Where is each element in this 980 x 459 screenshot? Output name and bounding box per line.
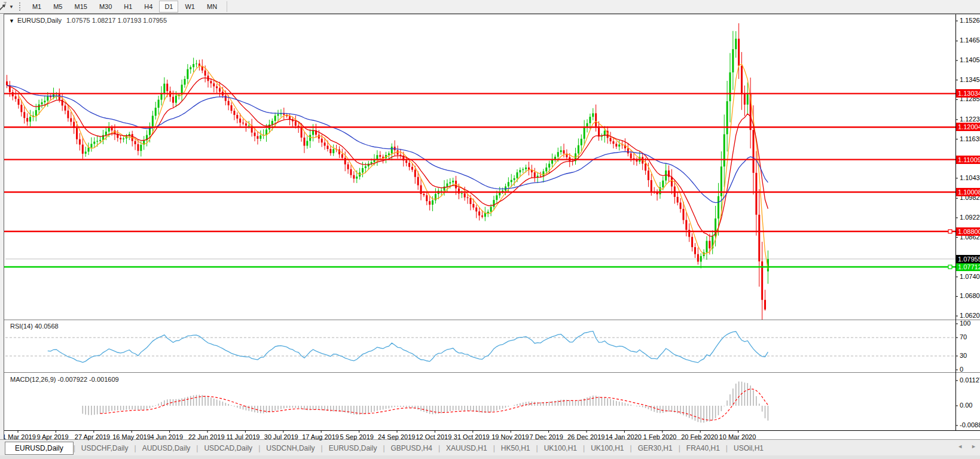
- date-axis-label: 16 May 2019: [112, 433, 151, 440]
- date-axis-label: 21 Mar 2019: [4, 433, 36, 440]
- rsi-indicator-label: RSI(14) 40.0568: [10, 323, 59, 330]
- tab-scroll-left-icon[interactable]: ◄: [957, 443, 963, 449]
- hline-handle-1.07712[interactable]: [948, 265, 952, 269]
- price-axis-tick: 1.13450: [960, 76, 980, 83]
- ma-fast-line: [19, 64, 768, 269]
- timeframe-button-h4[interactable]: H4: [139, 1, 158, 13]
- price-axis-tick: 1.09220: [960, 214, 980, 221]
- toolbar-grip[interactable]: [19, 2, 22, 11]
- date-axis-label: 4 Jun 2019: [151, 433, 183, 440]
- chart-tab-1[interactable]: USDCHF,Daily: [75, 442, 135, 454]
- date-axis-label: 31 Oct 2019: [454, 433, 490, 440]
- cursor-tool-icon[interactable]: [0, 2, 8, 11]
- chart-title: ▼EURUSD,Daily1.07575 1.08217 1.07193 1.0…: [9, 17, 167, 24]
- price-panel[interactable]: [4, 23, 955, 324]
- date-axis-label: 26 Dec 2019: [567, 433, 605, 440]
- price-line-label: 1.10008: [956, 188, 980, 196]
- timeframe-buttons: M1M5M15M30H1H4D1W1MN: [26, 1, 223, 13]
- date-axis-label: 22 Jun 2019: [188, 433, 225, 440]
- price-line-label: 1.11009: [956, 156, 980, 164]
- price-axis-tick: 1.06805: [960, 292, 980, 299]
- chart-tab-10[interactable]: UK100,H1: [585, 442, 630, 454]
- date-axis-label: 10 Mar 2020: [719, 433, 756, 440]
- price-axis-tick: 1.06205: [960, 312, 980, 319]
- collapse-chart-icon[interactable]: ▼: [9, 18, 14, 24]
- chart-tab-4[interactable]: USDCNH,Daily: [260, 442, 320, 454]
- price-axis-tick: 1.07405: [960, 273, 980, 280]
- chart-tab-13[interactable]: USOil,H1: [728, 442, 770, 454]
- price-line-label: 1.12004: [956, 123, 980, 131]
- tab-scroll-arrows: ◄ ►: [957, 443, 976, 449]
- rsi-panel[interactable]: [5, 331, 955, 363]
- timeframe-button-m15[interactable]: M15: [69, 1, 92, 13]
- ma-mid-line: [7, 78, 768, 236]
- date-axis-label: 27 Apr 2019: [75, 433, 110, 440]
- timeframe-button-d1[interactable]: D1: [159, 1, 178, 13]
- symbol-period-label: EURUSD,Daily: [17, 17, 62, 24]
- rsi-line: [48, 331, 768, 363]
- chart-tab-0[interactable]: EURUSD,Daily: [5, 442, 74, 455]
- price-axis-tick: 1.15265: [960, 17, 980, 24]
- timeframe-button-m5[interactable]: M5: [48, 1, 68, 13]
- chart-tab-3[interactable]: USDCAD,Daily: [198, 442, 258, 454]
- chart-tab-12[interactable]: FRA40,H1: [680, 442, 726, 454]
- date-axis-label: 30 Jul 2019: [264, 433, 298, 440]
- date-axis-label: 11 Jul 2019: [226, 433, 259, 440]
- chart-window[interactable]: ▼EURUSD,Daily1.07575 1.08217 1.07193 1.0…: [4, 14, 980, 456]
- mt4-terminal: ▼ M1M5M15M30H1H4D1W1MN ▼EURUSD,Daily1.07…: [0, 0, 980, 459]
- timeframe-toolbar: ▼ M1M5M15M30H1H4D1W1MN: [0, 0, 980, 14]
- date-axis-label: 5 Sep 2019: [340, 433, 374, 440]
- timeframe-button-m1[interactable]: M1: [27, 1, 47, 13]
- chart-tab-6[interactable]: GBPUSD,H4: [385, 442, 438, 454]
- price-axis-tick: 1.12235: [960, 115, 980, 123]
- macd-axis-tick: 0.00: [960, 402, 972, 409]
- date-axis-label: 24 Sep 2019: [378, 433, 415, 440]
- tab-scroll-right-icon[interactable]: ►: [971, 443, 976, 449]
- hline-handle-1.08800[interactable]: [948, 230, 952, 233]
- timeframe-button-h1[interactable]: H1: [118, 1, 138, 13]
- date-axis-label: 9 Apr 2019: [36, 433, 68, 440]
- macd-axis-tick: 0.011277: [960, 376, 980, 384]
- date-axis-label: 19 Nov 2019: [491, 433, 529, 440]
- macd-signal-line: [100, 389, 768, 420]
- rsi-axis-tick: 100: [960, 320, 970, 327]
- price-line-label: 1.08800: [956, 227, 980, 236]
- chevron-down-icon[interactable]: ▼: [9, 4, 14, 10]
- date-axis-label: 20 Feb 2020: [681, 433, 718, 440]
- rsi-axis-tick: 0: [960, 366, 963, 373]
- ohlc-values: 1.07575 1.08217 1.07193 1.07955: [66, 17, 167, 24]
- price-axis-tick: 1.10435: [960, 174, 980, 181]
- rsi-axis-tick: 30: [960, 352, 967, 359]
- price-line-label: 1.13034: [956, 89, 980, 98]
- chart-tab-11[interactable]: GER30,H1: [632, 442, 679, 454]
- chart-tab-bar: EURUSD,Daily|USDCHF,Daily|AUDUSD,Daily|U…: [0, 439, 980, 456]
- timeframe-button-mn[interactable]: MN: [202, 1, 222, 13]
- date-axis-label: 14 Jan 2020: [605, 433, 642, 440]
- chart-tab-8[interactable]: HK50,H1: [495, 442, 536, 454]
- current-price-label: 1.07955: [956, 255, 980, 263]
- date-axis-label: 17 Aug 2019: [302, 433, 339, 440]
- macd-axis-tick: -0.008837: [960, 421, 980, 428]
- chart-tab-7[interactable]: XAUUSD,H1: [440, 442, 493, 454]
- timeframe-button-w1[interactable]: W1: [179, 1, 200, 13]
- date-axis-label: 7 Dec 2019: [530, 433, 563, 440]
- date-axis-label: 1 Feb 2020: [643, 433, 677, 440]
- chart-tab-5[interactable]: EURUSD,Daily: [323, 442, 383, 454]
- price-axis-tick: 1.11635: [960, 135, 980, 142]
- ma-slow-line: [7, 86, 768, 203]
- price-axis-tick: 1.14650: [960, 37, 980, 44]
- price-axis-tick: 1.14050: [960, 56, 980, 63]
- chart-tab-2[interactable]: AUDUSD,Daily: [136, 442, 197, 454]
- status-strip: [0, 455, 980, 459]
- price-chart-canvas[interactable]: [4, 14, 980, 456]
- chart-tab-9[interactable]: UK100,H1: [538, 442, 583, 454]
- date-axis-label: 12 Oct 2019: [416, 433, 451, 440]
- macd-indicator-label: MACD(12,26,9) -0.007922 -0.001609: [10, 376, 119, 383]
- price-line-label: 1.07712: [956, 263, 980, 271]
- toolbar-separator: [227, 1, 227, 12]
- timeframe-button-m30[interactable]: M30: [94, 1, 117, 13]
- rsi-axis-tick: 70: [960, 333, 967, 341]
- macd-panel[interactable]: [83, 381, 768, 422]
